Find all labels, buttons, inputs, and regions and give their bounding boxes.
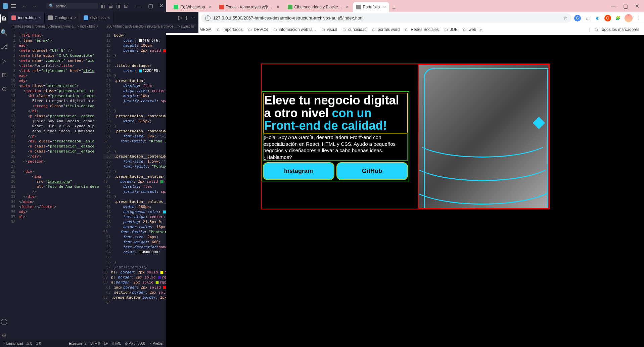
bookmark-item[interactable]: 🗀curiosidad	[340, 26, 369, 33]
folder-icon: 🗀	[248, 27, 252, 32]
close-tab-icon[interactable]: ×	[345, 4, 348, 10]
instagram-link[interactable]: Instagram	[263, 162, 334, 180]
layout-right-icon[interactable]: ◨	[116, 3, 121, 9]
extension-icon[interactable]: G	[574, 15, 581, 21]
folder-icon: 🗀	[444, 27, 448, 32]
account-icon[interactable]: ◯	[0, 317, 8, 326]
layout-grid-icon[interactable]: ⊞	[124, 3, 128, 9]
debug-icon[interactable]: ▷	[0, 57, 8, 65]
editor-tab[interactable]: style.css×	[80, 12, 114, 24]
status-bar: ✕ Launchpad⚠ 0⊘ 0 Espacios: 2UTF-8LFHTML…	[0, 340, 166, 347]
url-text: 127.0.0.1:5500/2067-html-css-desarrollo-…	[213, 15, 363, 20]
github-link[interactable]: GitHub	[336, 162, 408, 180]
status-item[interactable]: ⊙ Port : 5500	[125, 342, 145, 345]
bookmark-item[interactable]: 🗀Importados	[215, 26, 245, 33]
run-icon[interactable]: ▷	[178, 14, 182, 21]
explorer-icon[interactable]: 🗎	[0, 14, 8, 23]
editor-tab[interactable]: Configura×	[45, 12, 80, 24]
settings-icon[interactable]: ⚙	[0, 332, 8, 340]
status-item[interactable]: Espacios: 2	[69, 342, 86, 345]
close-tab-icon[interactable]: ×	[383, 4, 386, 10]
main-section: Eleve tu negocio digital a otro nivel co…	[261, 63, 550, 209]
close-tab-icon[interactable]: ×	[208, 4, 211, 10]
folder-icon: 🗀	[342, 27, 347, 32]
bookmark-item[interactable]: 🗀Redes Sociales	[403, 26, 441, 33]
split-icon[interactable]: ⫿	[185, 15, 188, 21]
search-sidebar-icon[interactable]: 🔍	[0, 29, 8, 37]
status-item[interactable]: LF	[104, 342, 108, 345]
close-icon[interactable]: ✕	[635, 3, 639, 9]
maximize-icon[interactable]: ▢	[623, 3, 628, 9]
status-item[interactable]: ⊘ 0	[36, 342, 41, 345]
vscode-window: ← → 🔍 perfil2 ◧ ⬓ ◨ ⊞ — ▢ ✕ 🗎 🔍	[0, 0, 166, 347]
chrome-menu-icon[interactable]: ⋮	[636, 15, 641, 21]
bookmark-item[interactable]: 🗀DRVCS	[246, 26, 270, 33]
layout-left-icon[interactable]: ◧	[101, 3, 105, 9]
breadcrumb-left[interactable]: -html-css-desarrollo-estructura-archivos…	[8, 24, 103, 33]
browser-tab[interactable]: Todos - tonny.reyes.y@gmail.c...×	[216, 2, 283, 12]
source-control-icon[interactable]: ⎇	[0, 43, 8, 51]
hamburger-menu-icon[interactable]	[11, 4, 16, 8]
status-item[interactable]: UTF-8	[90, 342, 100, 345]
search-icon: 🔍	[49, 4, 54, 8]
back-icon[interactable]: ←	[22, 3, 28, 9]
close-tab-icon[interactable]: ×	[39, 15, 41, 20]
remote-icon[interactable]: ⊙	[0, 85, 8, 93]
bookmark-overflow-icon[interactable]: »	[479, 27, 482, 32]
close-icon[interactable]: ✕	[159, 3, 164, 9]
new-tab-button[interactable]: +	[389, 5, 399, 12]
bookmark-star-icon[interactable]: ☆	[563, 15, 567, 20]
url-input[interactable]: i 127.0.0.1:5500/2067-html-css-desarroll…	[201, 13, 571, 23]
bookmark-bar: NotasMMEGA🗀Importados🗀DRVCS🗀informacion …	[166, 24, 644, 35]
close-tab-icon[interactable]: ×	[108, 15, 110, 20]
close-tab-icon[interactable]: ×	[277, 4, 279, 10]
layout-bottom-icon[interactable]: ⬓	[108, 3, 113, 9]
address-bar: ← → ⟳ i 127.0.0.1:5500/2067-html-css-des…	[166, 12, 644, 24]
site-info-icon[interactable]: i	[205, 15, 211, 21]
favicon-icon	[219, 5, 224, 9]
more-icon[interactable]: ⋯	[190, 14, 196, 21]
minimize-icon[interactable]: —	[137, 3, 142, 9]
extension-icon[interactable]: ◐	[594, 15, 601, 21]
breadcrumb-right[interactable]: 2067-html-css-desarrollo-estructura-arch…	[103, 24, 199, 33]
folder-icon: 🗀	[217, 27, 221, 32]
folder-icon: 🗀	[405, 27, 409, 32]
heading-box: Eleve tu negocio digital a otro nivel co…	[263, 93, 408, 133]
folder-icon: 🗀	[463, 27, 467, 32]
search-input[interactable]: 🔍 perfil2	[46, 3, 98, 9]
extensions-icon[interactable]: ⊞	[0, 71, 8, 79]
all-bookmarks-button[interactable]: 🗀 Todos los marcadores	[592, 26, 641, 33]
extension-icon[interactable]: O	[604, 15, 611, 21]
status-item[interactable]: ✕ Launchpad	[3, 342, 23, 345]
file-icon	[48, 15, 53, 20]
profile-image	[418, 64, 549, 209]
browser-tab[interactable]: (8) WhatsApp×	[170, 2, 215, 12]
editor-tab[interactable]: index.html×	[8, 12, 45, 24]
bookmark-item[interactable]: 🗀informacion web la...	[271, 26, 318, 33]
status-item[interactable]: ⚠ 0	[26, 342, 32, 345]
links-row: Instagram GitHub	[263, 162, 408, 180]
file-icon	[11, 15, 16, 20]
extension-icon[interactable]: ⬚	[584, 15, 591, 21]
page-viewport[interactable]: Eleve tu negocio digital a otro nivel co…	[166, 35, 644, 347]
bookmark-item[interactable]: 🗀JOB	[442, 26, 460, 33]
search-text: perfil2	[56, 4, 66, 8]
favicon-icon	[174, 5, 178, 9]
vscode-titlebar: ← → 🔍 perfil2 ◧ ⬓ ◨ ⊞ — ▢ ✕	[0, 0, 166, 12]
browser-tab[interactable]: Ciberseguridad y Blockchain×	[284, 2, 352, 12]
browser-tab[interactable]: Portafolio×	[353, 2, 389, 12]
maximize-icon[interactable]: ▢	[148, 3, 153, 9]
status-item[interactable]: ✓ Prettier	[149, 342, 164, 345]
status-item[interactable]: HTML	[112, 342, 121, 345]
bookmark-item[interactable]: 🗀visual	[319, 26, 339, 33]
close-tab-icon[interactable]: ×	[74, 15, 77, 20]
file-icon	[84, 15, 88, 20]
folder-icon: 🗀	[321, 27, 325, 32]
bookmark-item[interactable]: 🗀web	[461, 26, 478, 33]
extensions-menu-icon[interactable]: 🧩	[614, 15, 621, 21]
profile-avatar[interactable]	[625, 14, 633, 22]
bookmark-item[interactable]: 🗀portals word	[370, 26, 402, 33]
forward-icon[interactable]: →	[32, 3, 37, 9]
minimize-icon[interactable]: —	[611, 3, 616, 9]
html-editor[interactable]: 1!TYPE html>2l lang="es-mx">3ead>4<meta …	[8, 33, 103, 340]
